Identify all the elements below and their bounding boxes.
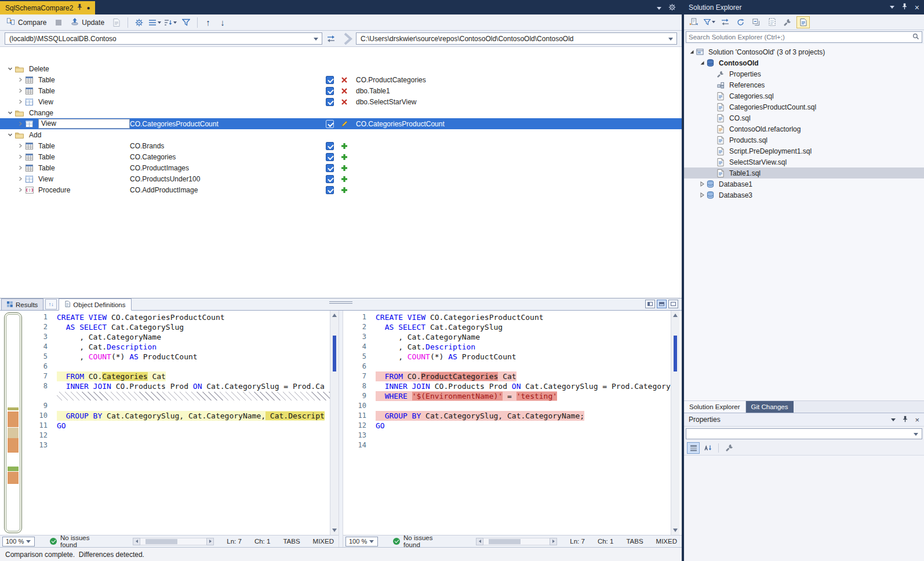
sort-results-icon[interactable] xyxy=(164,17,177,28)
include-checkbox[interactable] xyxy=(326,142,334,150)
close-icon[interactable]: × xyxy=(915,416,919,424)
scroll-up-icon[interactable] xyxy=(673,314,678,317)
include-checkbox[interactable] xyxy=(326,120,334,128)
compare-row-co-categories[interactable]: TableCO.Categories xyxy=(0,151,682,162)
scroll-left-icon[interactable] xyxy=(476,538,483,545)
row-expander-icon[interactable] xyxy=(15,176,26,181)
previous-difference-icon[interactable]: ↑ xyxy=(202,17,214,27)
collapse-all-icon[interactable] xyxy=(750,16,763,28)
scroll-up-icon[interactable] xyxy=(332,314,337,317)
left-editor-vertical-scrollbar[interactable] xyxy=(330,311,339,535)
properties-wrench-icon[interactable] xyxy=(781,16,794,28)
row-expander-icon[interactable] xyxy=(15,165,26,170)
pin-icon[interactable] xyxy=(77,3,82,12)
compare-row-co-productimages[interactable]: TableCO.ProductImages xyxy=(0,162,682,173)
collapse-icon[interactable] xyxy=(687,49,696,54)
group-expander-icon[interactable] xyxy=(5,66,15,71)
row-expander-icon[interactable] xyxy=(15,77,26,82)
compare-group-delete[interactable]: Delete xyxy=(0,63,682,74)
tab-git-changes[interactable]: Git Changes xyxy=(746,401,794,413)
tab-results[interactable]: Results xyxy=(1,298,43,310)
tab-object-definitions[interactable]: Object Definitions xyxy=(59,298,132,311)
collapse-icon[interactable] xyxy=(698,60,707,65)
property-pages-wrench-icon[interactable] xyxy=(723,442,736,454)
switch-views-icon[interactable] xyxy=(718,16,732,28)
window-menu-chevron-icon[interactable] xyxy=(891,418,896,421)
compare-row-dbo-table1[interactable]: Tabledbo.Table1 xyxy=(0,85,682,96)
group-expander-icon[interactable] xyxy=(5,132,15,137)
swap-panes-button[interactable] xyxy=(668,300,678,308)
row-expander-icon[interactable] xyxy=(15,121,26,126)
tab-solution-explorer[interactable]: Solution Explorer xyxy=(684,401,746,413)
compare-row-co-productcategories[interactable]: TableCO.ProductCategories xyxy=(0,74,682,85)
include-checkbox[interactable] xyxy=(326,76,334,84)
filter-icon[interactable] xyxy=(180,17,192,28)
refresh-icon[interactable] xyxy=(734,16,747,28)
window-options-gear-icon[interactable] xyxy=(668,3,676,13)
target-definition-editor[interactable]: 1CREATE VIEW CO.CategoriesProductCount2 … xyxy=(343,311,671,535)
show-all-files-icon[interactable] xyxy=(765,16,779,28)
scroll-down-icon[interactable] xyxy=(673,529,678,532)
preview-selected-items-icon[interactable] xyxy=(796,16,810,28)
scroll-right-icon[interactable] xyxy=(550,538,557,545)
source-definition-editor[interactable]: 1CREATE VIEW CO.CategoriesProductCount2 … xyxy=(24,311,330,535)
compare-row-co-brands[interactable]: TableCO.Brands xyxy=(0,140,682,151)
document-list-chevron-icon[interactable] xyxy=(657,7,661,10)
tree-item-contosoold-refactorlog[interactable]: ContosoOld.refactorlog xyxy=(684,123,924,134)
include-checkbox[interactable] xyxy=(326,164,334,172)
expand-icon[interactable] xyxy=(698,192,707,198)
tree-item-script-predeployment1-sql[interactable]: Script.PreDeployment1.sql xyxy=(684,145,924,156)
scroll-right-icon[interactable] xyxy=(206,538,214,545)
tree-item-co-sql[interactable]: CO.sql xyxy=(684,112,924,123)
close-icon[interactable]: × xyxy=(915,3,919,12)
side-by-side-view-button[interactable] xyxy=(645,300,655,308)
splitter-grip[interactable] xyxy=(329,300,352,305)
expand-icon[interactable] xyxy=(698,181,707,187)
tree-item-selectstarview-sql[interactable]: SelectStarView.sql xyxy=(684,156,924,167)
tree-item-properties[interactable]: Properties xyxy=(684,68,924,79)
compare-group-add[interactable]: Add xyxy=(0,129,682,140)
editor-splitter[interactable] xyxy=(339,311,343,547)
source-connection-combobox[interactable]: (localdb)\MSSQLLocalDB.Contoso xyxy=(5,32,322,45)
tree-item-categories-sql[interactable]: Categories.sql xyxy=(684,90,924,101)
right-zoom-combobox[interactable]: 100 % xyxy=(345,537,378,547)
include-checkbox[interactable] xyxy=(326,186,334,194)
compare-group-change[interactable]: Change xyxy=(0,107,682,118)
window-menu-chevron-icon[interactable] xyxy=(890,6,894,9)
left-zoom-combobox[interactable]: 100 % xyxy=(2,537,35,547)
tree-item-contosoold[interactable]: ContosoOld xyxy=(684,57,924,68)
row-expander-icon[interactable] xyxy=(15,88,26,93)
search-input[interactable] xyxy=(689,34,912,41)
sort-order-icon[interactable]: ↑↓ xyxy=(45,299,57,309)
options-gear-icon[interactable] xyxy=(133,17,145,28)
right-editor-vertical-scrollbar[interactable] xyxy=(671,311,679,535)
scrollbar-thumb[interactable] xyxy=(145,539,177,544)
sync-with-active-document-icon[interactable] xyxy=(687,16,700,28)
compare-row-dbo-selectstarview[interactable]: Viewdbo.SelectStarView xyxy=(0,96,682,107)
include-checkbox[interactable] xyxy=(326,175,334,183)
tree-item-references[interactable]: References xyxy=(684,79,924,90)
solution-explorer-tree[interactable]: Solution 'ContosoOld' (3 of 3 projects)C… xyxy=(684,44,924,400)
target-connection-combobox[interactable]: C:\Users\drskwier\source\repos\ContosoOl… xyxy=(356,32,677,45)
categorized-icon[interactable] xyxy=(687,442,700,454)
include-checkbox[interactable] xyxy=(326,153,334,161)
tree-item-database1[interactable]: Database1 xyxy=(684,178,924,190)
row-expander-icon[interactable] xyxy=(15,187,26,192)
row-expander-icon[interactable] xyxy=(15,154,26,159)
inline-view-button[interactable] xyxy=(657,300,667,308)
next-difference-icon[interactable]: ↓ xyxy=(217,17,228,27)
update-button[interactable]: Update xyxy=(68,16,107,28)
left-horizontal-scrollbar[interactable] xyxy=(133,538,214,545)
include-checkbox[interactable] xyxy=(326,87,334,95)
compare-button[interactable]: Compare xyxy=(3,16,49,28)
search-icon[interactable] xyxy=(912,33,919,42)
row-expander-icon[interactable] xyxy=(15,143,26,148)
pin-icon[interactable] xyxy=(903,416,908,424)
scrollbar-thumb[interactable] xyxy=(489,539,521,544)
scroll-down-icon[interactable] xyxy=(332,529,337,532)
tree-item-products-sql[interactable]: Products.sql xyxy=(684,134,924,145)
document-tab[interactable]: SqlSchemaCompare2 ● xyxy=(0,1,95,14)
tree-item-table1-sql[interactable]: Table1.sql xyxy=(684,167,924,178)
compare-results-grid[interactable]: DeleteTableCO.ProductCategoriesTabledbo.… xyxy=(0,46,682,298)
tree-item-categoriesproductcount-sql[interactable]: CategoriesProductCount.sql xyxy=(684,101,924,112)
